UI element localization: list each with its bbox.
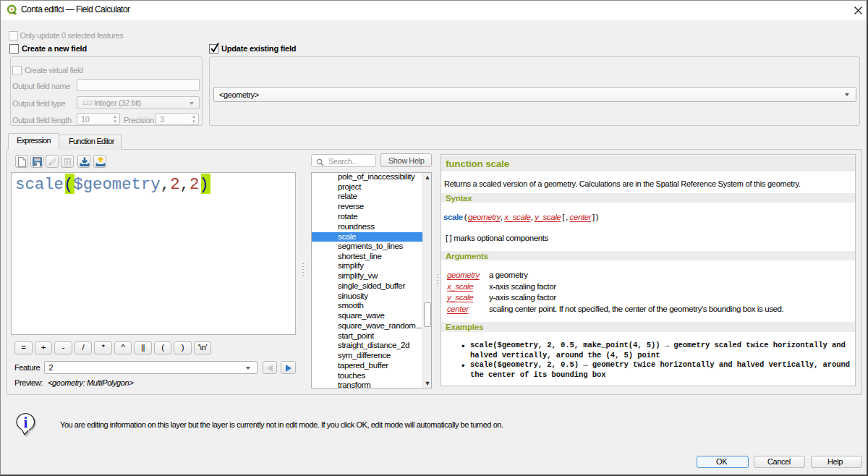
svg-text:i: i <box>23 414 27 431</box>
